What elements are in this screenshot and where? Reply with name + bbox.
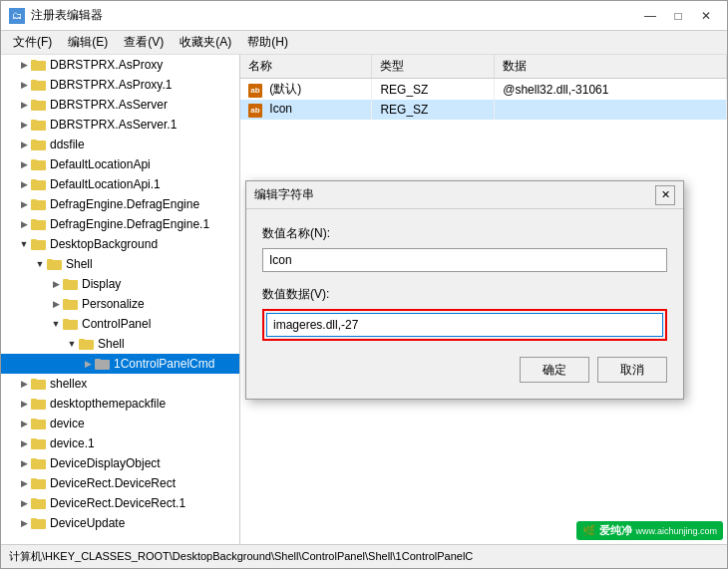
svg-rect-5 — [31, 100, 37, 103]
tree-label: DefaultLocationApi — [50, 157, 151, 171]
svg-rect-13 — [31, 179, 37, 182]
tree-item-shellex[interactable]: ▶ shellex — [1, 374, 239, 394]
title-bar: 🗂 注册表编辑器 — □ ✕ — [1, 1, 727, 31]
tree-item-device1[interactable]: ▶ device.1 — [1, 433, 239, 453]
tree-label: Shell — [98, 337, 125, 351]
tree-item-ddsfile[interactable]: ▶ ddsfile — [1, 135, 239, 154]
folder-icon — [31, 118, 47, 132]
status-path: 计算机\HKEY_CLASSES_ROOT\DesktopBackground\… — [9, 549, 473, 564]
tree-item-devicerect[interactable]: ▶ DeviceRect.DeviceRect — [1, 473, 239, 493]
tree-label: DefaultLocationApi.1 — [50, 177, 161, 191]
reg-name: Icon — [269, 102, 292, 116]
tree-label: ddsfile — [50, 138, 85, 151]
folder-icon — [31, 436, 47, 450]
name-label: 数值名称(N): — [262, 225, 667, 242]
tree-item-dbrstprx-asserver1[interactable]: ▶ DBRSTPRX.AsServer.1 — [1, 115, 239, 135]
svg-rect-31 — [95, 359, 101, 362]
tree-arrow: ▶ — [17, 399, 31, 409]
tree-label: DeviceDisplayObject — [50, 456, 161, 470]
tree-label: DefragEngine.DefragEngine.1 — [50, 217, 209, 231]
maximize-button[interactable]: □ — [665, 5, 691, 27]
minimize-button[interactable]: — — [637, 5, 663, 27]
svg-rect-19 — [31, 239, 37, 242]
reg-data-cell — [495, 100, 727, 120]
tree-arrow: ▶ — [17, 518, 31, 528]
menu-view[interactable]: 查看(V) — [116, 32, 172, 53]
type-icon: ab — [248, 104, 262, 118]
svg-rect-9 — [31, 140, 37, 142]
tree-label: 1ControlPanelCmd — [114, 357, 214, 371]
dialog-close-button[interactable]: ✕ — [655, 185, 675, 205]
tree-arrow: ▶ — [81, 359, 95, 369]
folder-icon — [31, 456, 47, 470]
svg-rect-45 — [31, 498, 37, 501]
tree-item-display[interactable]: ▶ Display — [1, 274, 239, 294]
folder-icon — [31, 177, 47, 191]
tree-item-defaultlocationapi[interactable]: ▶ DefaultLocationApi — [1, 154, 239, 174]
tree-label: desktopthemepackfile — [50, 397, 166, 411]
folder-icon — [31, 217, 47, 231]
folder-icon — [31, 496, 47, 510]
tree-item-deviceupdate[interactable]: ▶ DeviceUpdate — [1, 513, 239, 533]
tree-item-1controlpanelcmd[interactable]: ▶ 1ControlPanelCmd — [1, 354, 239, 374]
folder-icon — [31, 377, 47, 391]
menu-favorites[interactable]: 收藏夹(A) — [172, 32, 239, 53]
tree-item-defragengine1[interactable]: ▶ DefragEngine.DefragEngine.1 — [1, 214, 239, 234]
table-row[interactable]: ab Icon REG_SZ — [240, 100, 727, 120]
col-header-data: 数据 — [495, 55, 727, 79]
data-input[interactable] — [266, 313, 663, 337]
svg-rect-3 — [31, 80, 37, 83]
dialog-body: 数值名称(N): 数值数据(V): 确定 取消 — [246, 209, 683, 399]
name-input[interactable] — [262, 248, 667, 272]
tree-item-dbrstprx-asproxy1[interactable]: ▶ DBRSTPRX.AsProxy.1 — [1, 75, 239, 95]
svg-rect-25 — [63, 299, 69, 302]
folder-icon — [63, 297, 79, 311]
tree-item-devicerect1[interactable]: ▶ DeviceRect.DeviceRect.1 — [1, 493, 239, 513]
tree-item-device[interactable]: ▶ device — [1, 414, 239, 433]
folder-icon — [31, 78, 47, 92]
confirm-button[interactable]: 确定 — [520, 357, 589, 383]
svg-rect-11 — [31, 159, 37, 162]
tree-item-devicedisplayobject[interactable]: ▶ DeviceDisplayObject — [1, 453, 239, 473]
menu-help[interactable]: 帮助(H) — [239, 32, 296, 53]
svg-rect-21 — [47, 259, 53, 262]
tree-item-dbrstprx-asserver[interactable]: ▶ DBRSTPRX.AsServer — [1, 95, 239, 115]
menu-bar: 文件(F) 编辑(E) 查看(V) 收藏夹(A) 帮助(H) — [1, 31, 727, 55]
svg-rect-47 — [31, 518, 37, 521]
tree-label: shellex — [50, 377, 87, 391]
tree-label: Personalize — [82, 297, 145, 311]
tree-item-defaultlocationapi1[interactable]: ▶ DefaultLocationApi.1 — [1, 174, 239, 194]
edit-dialog: 编辑字符串 ✕ 数值名称(N): 数值数据(V): 确定 取消 — [245, 180, 684, 400]
tree-arrow: ▶ — [17, 100, 31, 110]
tree-arrow: ▶ — [17, 60, 31, 70]
tree-item-desktopbackground[interactable]: ▼ DesktopBackground — [1, 234, 239, 254]
type-icon: ab — [248, 84, 262, 98]
reg-name: (默认) — [269, 82, 301, 96]
svg-rect-23 — [63, 279, 69, 282]
menu-edit[interactable]: 编辑(E) — [60, 32, 116, 53]
tree-item-shell[interactable]: ▼ Shell — [1, 254, 239, 274]
folder-icon — [31, 237, 47, 251]
tree-item-dbrstprx-asproxy[interactable]: ▶ DBRSTPRX.AsProxy — [1, 55, 239, 75]
tree-item-personalize[interactable]: ▶ Personalize — [1, 294, 239, 314]
svg-rect-43 — [31, 478, 37, 481]
menu-file[interactable]: 文件(F) — [5, 32, 60, 53]
svg-rect-29 — [79, 339, 85, 342]
tree-item-controlpanel[interactable]: ▼ ControlPanel — [1, 314, 239, 334]
folder-icon — [95, 357, 111, 371]
watermark-url: www.aichunjing.com — [635, 526, 717, 536]
folder-icon — [79, 337, 95, 351]
tree-item-desktopthemepackfile[interactable]: ▶ desktopthemepackfile — [1, 394, 239, 414]
tree-arrow: ▶ — [17, 478, 31, 488]
value-input-wrapper — [262, 309, 667, 341]
svg-rect-37 — [31, 419, 37, 422]
cancel-button[interactable]: 取消 — [597, 357, 667, 383]
tree-item-shell2[interactable]: ▼ Shell — [1, 334, 239, 354]
table-row[interactable]: ab (默认) REG_SZ @shell32.dll,-31061 — [240, 79, 727, 101]
tree-item-defragengine[interactable]: ▶ DefragEngine.DefragEngine — [1, 194, 239, 214]
tree-arrow: ▶ — [17, 419, 31, 428]
close-button[interactable]: ✕ — [693, 5, 719, 27]
folder-icon — [31, 197, 47, 211]
tree-label: DeviceUpdate — [50, 516, 125, 530]
tree-panel[interactable]: ▶ DBRSTPRX.AsProxy ▶ DBRSTPRX.AsProxy.1 … — [1, 55, 240, 544]
